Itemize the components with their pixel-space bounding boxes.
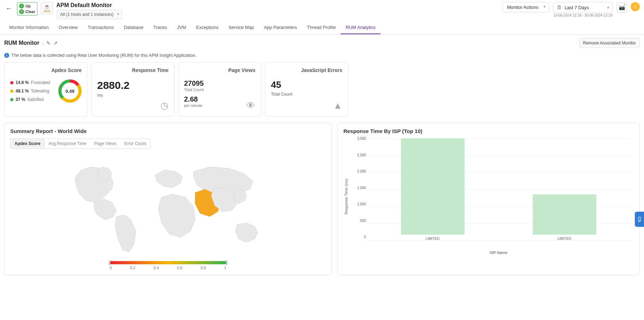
- user-avatar[interactable]: !: [631, 2, 640, 11]
- date-range-label: Last 7 Days: [565, 5, 589, 10]
- status-up-label: Up: [25, 4, 31, 8]
- pill-error-count[interactable]: Error Count: [120, 139, 150, 149]
- host-selector[interactable]: All (1 hosts and 1 instances): [57, 10, 123, 19]
- apdex-card: Apdex Score 14.8 % Frustrated48.1 % Tole…: [4, 62, 88, 116]
- apdex-donut: 0.49: [58, 79, 82, 103]
- status-clear-label: Clear: [25, 10, 35, 14]
- tab-app-parameters[interactable]: App Parameters: [259, 21, 302, 34]
- edit-icon[interactable]: ✎: [46, 40, 51, 46]
- metric-toggle: Apdex ScoreAvg.Response TimePage ViewsEr…: [10, 138, 150, 149]
- date-range-subtext: 13-06-2024 12:18 - 20-06-2024 12:18: [554, 13, 613, 17]
- eye-icon: 👁: [246, 100, 255, 111]
- tab-overview[interactable]: Overview: [54, 21, 83, 34]
- tab-traces[interactable]: Traces: [148, 21, 172, 34]
- back-arrow-icon[interactable]: ←: [4, 2, 13, 15]
- screenshot-button[interactable]: 📷+: [616, 2, 627, 13]
- remove-monitor-button[interactable]: Remove Associated Monitor: [579, 38, 640, 48]
- pill-page-views[interactable]: Page Views: [90, 139, 120, 149]
- tab-jvm[interactable]: JVM: [172, 21, 191, 34]
- tab-monitor-information[interactable]: Monitor Information: [4, 21, 54, 34]
- check-icon: ✓: [19, 9, 24, 14]
- pill-apdex-score[interactable]: Apdex Score: [11, 139, 45, 149]
- map-legend-gradient: [110, 261, 226, 264]
- page-title: APM Default Monitor: [57, 2, 123, 8]
- warning-icon: ▲: [333, 100, 342, 111]
- calendar-icon: 🗓: [557, 5, 562, 10]
- isp-bar-chart[interactable]: Response Time (ms) 3,0002,5002,0001,5001…: [343, 138, 634, 255]
- response-time-card: Response Time 2880.2 ms ◷: [91, 62, 175, 116]
- tab-exceptions[interactable]: Exceptions: [191, 21, 224, 34]
- stopwatch-icon: ◷: [160, 100, 169, 111]
- section-title: RUM Monitor: [4, 40, 40, 46]
- chat-tab[interactable]: Ch: [635, 212, 644, 227]
- date-range-picker[interactable]: 🗓 Last 7 Days: [553, 2, 613, 13]
- tab-rum-analytics[interactable]: RUM Analytics: [341, 21, 380, 34]
- page-views-card: Page Views 27095 Total Count 2.68 per mi…: [178, 62, 261, 116]
- status-badge: ↑Up ✓Clear: [17, 2, 37, 16]
- tab-bar: Monitor InformationOverviewTransactionsD…: [0, 21, 644, 35]
- tab-thread-profile[interactable]: Thread Profile: [302, 21, 341, 34]
- info-text: The below data is collected using Real U…: [11, 53, 196, 58]
- tab-transactions[interactable]: Transactions: [83, 21, 119, 34]
- isp-panel: Response Time By ISP (Top 10) Response T…: [337, 123, 640, 275]
- js-errors-card: JavaScript Errors 45 Total Count ▲: [265, 62, 348, 116]
- info-icon: i: [4, 53, 9, 58]
- tab-database[interactable]: Database: [119, 21, 148, 34]
- pill-avg-response-time[interactable]: Avg.Response Time: [45, 139, 90, 149]
- up-arrow-icon: ↑: [19, 4, 24, 8]
- world-map[interactable]: [18, 152, 318, 258]
- tab-service-map[interactable]: Service Map: [224, 21, 259, 34]
- monitor-actions-dropdown[interactable]: Monitor Actions: [502, 2, 549, 12]
- java-icon: ☕ Java: [41, 2, 53, 14]
- summary-report-panel: Summary Report - World Wide Apdex ScoreA…: [4, 123, 332, 275]
- open-external-icon[interactable]: ↗: [53, 40, 58, 46]
